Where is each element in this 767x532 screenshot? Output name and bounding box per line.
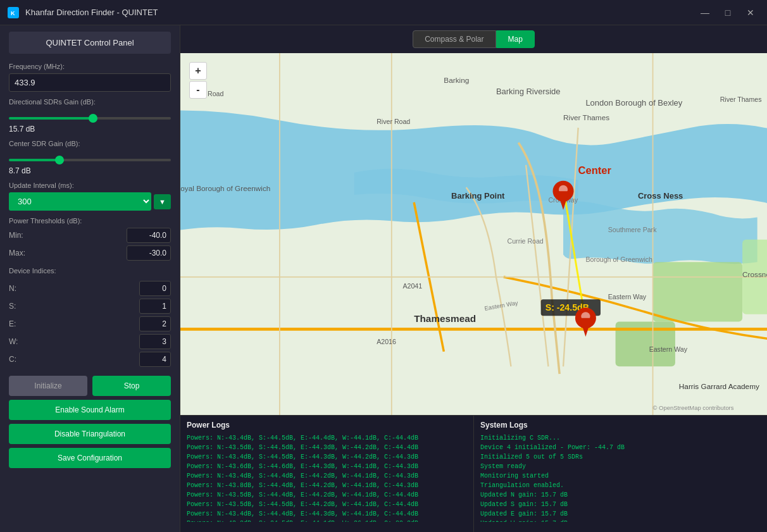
device-e-input[interactable] xyxy=(139,316,171,331)
device-n-label: N: xyxy=(9,284,28,293)
svg-text:River Thames: River Thames xyxy=(563,113,609,121)
svg-text:Currie Road: Currie Road xyxy=(508,237,544,245)
threshold-max-input[interactable] xyxy=(127,245,171,261)
map-zoom-controls: + - xyxy=(189,62,207,99)
directional-gain-value: 15.7 dB xyxy=(9,125,171,133)
center-gain-label: Center SDR Gain (dB): xyxy=(9,140,171,147)
center-gain-slider[interactable] xyxy=(9,159,171,161)
save-configuration-button[interactable]: Save Configuration xyxy=(9,448,171,468)
tab-bar: Compass & Polar Map xyxy=(180,25,767,53)
zoom-in-button[interactable]: + xyxy=(189,62,207,80)
center-gain-value: 8.7 dB xyxy=(9,166,171,175)
svg-text:River Road: River Road xyxy=(377,118,410,125)
initialize-button[interactable]: Initialize xyxy=(9,376,87,396)
device-e-label: E: xyxy=(9,319,28,328)
svg-text:A2041: A2041 xyxy=(402,282,422,290)
svg-text:Barking Riverside: Barking Riverside xyxy=(496,87,561,96)
map-svg: Barking Riverside Barking River Road Riv… xyxy=(180,53,767,415)
directional-gain-slider[interactable] xyxy=(9,117,171,120)
device-w-label: W: xyxy=(9,337,28,346)
system-logs-title: System Logs xyxy=(480,421,761,430)
update-interval-select[interactable]: 100 200 300 500 1000 xyxy=(9,192,151,211)
tab-map[interactable]: Map xyxy=(496,30,535,48)
maximize-button[interactable]: □ xyxy=(719,6,737,20)
update-interval-label: Update Interval (ms): xyxy=(9,182,171,189)
power-logs-panel: Power Logs Powers: N:-43.4dB, S:-44.5dB,… xyxy=(180,416,474,532)
disable-triangulation-button[interactable]: Disable Triangulation xyxy=(9,424,171,444)
device-n-row: N: xyxy=(9,281,171,296)
power-thresholds: Min: Max: xyxy=(9,228,171,261)
svg-text:London Borough of Bexley: London Borough of Bexley xyxy=(585,98,682,108)
directional-gain-slider-container xyxy=(9,111,171,122)
power-thresholds-label: Power Thresholds (dB): xyxy=(9,217,171,225)
svg-text:Barking: Barking xyxy=(444,76,469,84)
svg-text:Borough of Greenwich: Borough of Greenwich xyxy=(585,256,652,263)
threshold-min-label: Min: xyxy=(9,231,31,240)
svg-text:Eastern Way: Eastern Way xyxy=(608,293,647,300)
panel-title: QUINTET Control Panel xyxy=(9,32,171,54)
power-log-content: Powers: N:-43.4dB, S:-44.5dB, E:-44.4dB,… xyxy=(187,433,467,522)
app-icon: K xyxy=(8,7,19,18)
system-logs-panel: System Logs Initializing C SDR...Device … xyxy=(474,416,767,532)
stop-button[interactable]: Stop xyxy=(92,376,171,396)
device-n-input[interactable] xyxy=(139,281,171,296)
system-logs-scroll[interactable]: Initializing C SDR...Device 4 initialize… xyxy=(480,433,761,532)
device-s-label: S: xyxy=(9,302,28,311)
logs-area: Power Logs Powers: N:-43.4dB, S:-44.5dB,… xyxy=(180,415,767,532)
main-layout: QUINTET Control Panel Frequency (MHz): D… xyxy=(0,25,767,532)
device-c-row: C: xyxy=(9,352,171,367)
svg-text:Eastern Way: Eastern Way xyxy=(649,345,688,353)
device-w-input[interactable] xyxy=(139,334,171,349)
svg-text:Barking Point: Barking Point xyxy=(451,191,505,201)
device-c-label: C: xyxy=(9,355,28,364)
threshold-min-row: Min: xyxy=(9,228,171,243)
svg-text:Royal Borough of Greenwich: Royal Borough of Greenwich xyxy=(180,184,270,192)
update-interval-container: 100 200 300 500 1000 ▼ xyxy=(9,192,171,211)
frequency-label: Frequency (MHz): xyxy=(9,63,171,70)
threshold-max-label: Max: xyxy=(9,249,31,257)
svg-text:Harris Garrard Academy: Harris Garrard Academy xyxy=(679,382,759,390)
power-logs-scroll[interactable]: Powers: N:-43.4dB, S:-44.5dB, E:-44.4dB,… xyxy=(187,433,467,532)
enable-alarm-button[interactable]: Enable Sound Alarm xyxy=(9,400,171,420)
init-stop-row: Initialize Stop xyxy=(9,376,171,396)
svg-text:Crossness Sewage Treatment Wor: Crossness Sewage Treatment Works xyxy=(742,270,767,278)
dropdown-arrow-button[interactable]: ▼ xyxy=(154,194,171,209)
center-gain-slider-container xyxy=(9,152,171,164)
threshold-min-input[interactable] xyxy=(127,228,171,243)
power-logs-title: Power Logs xyxy=(187,421,467,430)
svg-text:River Thames: River Thames xyxy=(720,96,762,103)
titlebar: K Khanfar Direction Finder - QUINTET — □… xyxy=(0,0,767,25)
minimize-button[interactable]: — xyxy=(696,6,714,20)
map-container: Barking Riverside Barking River Road Riv… xyxy=(180,53,767,415)
tab-compass-polar[interactable]: Compass & Polar xyxy=(413,30,496,48)
right-panel: Compass & Polar Map xyxy=(180,25,767,532)
svg-text:Cross Ness: Cross Ness xyxy=(638,191,683,201)
close-button[interactable]: ✕ xyxy=(742,6,759,20)
svg-rect-3 xyxy=(653,262,743,321)
left-panel: QUINTET Control Panel Frequency (MHz): D… xyxy=(0,25,180,532)
window-controls: — □ ✕ xyxy=(696,6,759,20)
window-title: Khanfar Direction Finder - QUINTET xyxy=(25,8,696,17)
frequency-input[interactable] xyxy=(9,73,171,92)
device-c-input[interactable] xyxy=(139,352,171,367)
svg-text:Thamesmead: Thamesmead xyxy=(414,313,476,324)
svg-text:Southmere Park: Southmere Park xyxy=(608,226,657,233)
device-indices-label: Device Indices: xyxy=(9,267,171,275)
svg-text:A2016: A2016 xyxy=(377,338,396,345)
svg-text:Center: Center xyxy=(578,164,612,176)
device-s-row: S: xyxy=(9,299,171,314)
system-log-content: Initializing C SDR...Device 4 initialize… xyxy=(480,433,761,522)
device-w-row: W: xyxy=(9,334,171,349)
directional-gain-label: Directional SDRs Gain (dB): xyxy=(9,98,171,106)
threshold-max-row: Max: xyxy=(9,245,171,261)
svg-text:© OpenStreetMap contributors: © OpenStreetMap contributors xyxy=(653,404,734,411)
svg-text:K: K xyxy=(11,10,15,16)
zoom-out-button[interactable]: - xyxy=(189,81,207,99)
device-e-row: E: xyxy=(9,316,171,331)
device-s-input[interactable] xyxy=(139,299,171,314)
device-indices-section: N: S: E: W: C: xyxy=(9,281,171,367)
